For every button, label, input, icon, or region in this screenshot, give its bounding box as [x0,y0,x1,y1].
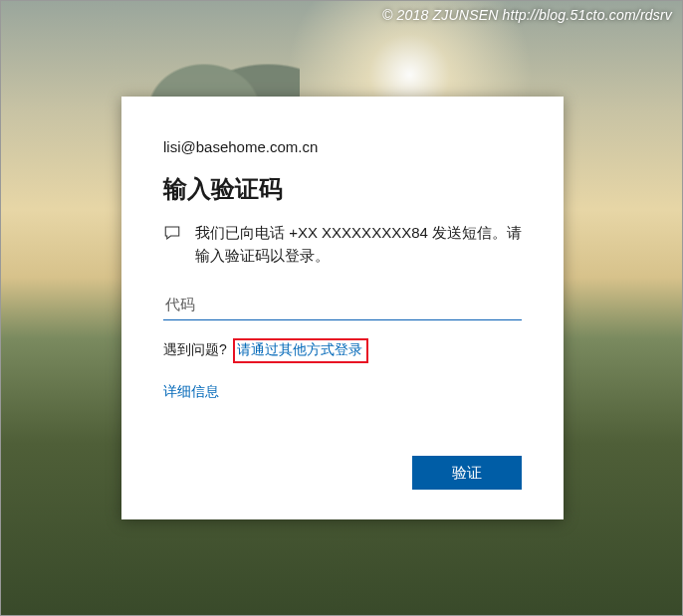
code-input[interactable] [163,290,522,320]
other-signin-link[interactable]: 请通过其他方式登录 [237,341,362,357]
trouble-row: 遇到问题? 请通过其他方式登录 [163,338,522,363]
user-identity: lisi@basehome.com.cn [163,138,522,155]
highlight-box: 请通过其他方式登录 [233,338,368,363]
sms-message-row: 我们已向电话 +XX XXXXXXXXX84 发送短信。请输入验证码以登录。 [163,221,522,268]
login-screen: © 2018 ZJUNSEN http://blog.51cto.com/rds… [0,0,683,616]
mfa-card: lisi@basehome.com.cn 输入验证码 我们已向电话 +XX XX… [121,97,564,519]
sms-icon [163,224,183,268]
verify-button[interactable]: 验证 [412,456,522,490]
page-title: 输入验证码 [163,173,522,205]
watermark-text: © 2018 ZJUNSEN http://blog.51cto.com/rds… [1,7,672,23]
trouble-label: 遇到问题? [163,341,227,357]
more-info-link[interactable]: 详细信息 [163,383,219,399]
button-row: 验证 [412,456,522,490]
sms-message-text: 我们已向电话 +XX XXXXXXXXX84 发送短信。请输入验证码以登录。 [195,221,522,268]
